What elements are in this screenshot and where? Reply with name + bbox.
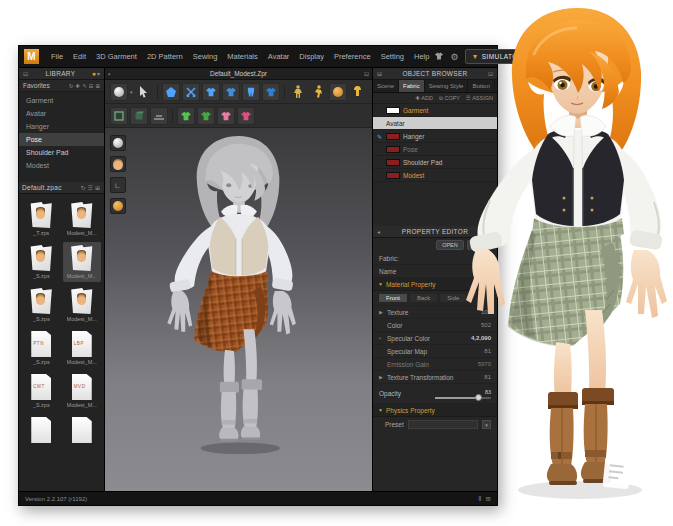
texture-row[interactable]: ▶ Texture 102 bbox=[373, 306, 497, 319]
grid-view-icon[interactable]: ⊞ bbox=[94, 184, 101, 191]
avatar-pose-icon[interactable] bbox=[289, 83, 307, 101]
garment-display-icon[interactable] bbox=[217, 107, 235, 125]
minimize-button[interactable]: – bbox=[546, 51, 557, 62]
menu-edit[interactable]: Edit bbox=[68, 52, 91, 61]
object-row-shoulder-pad[interactable]: Shoulder Pad bbox=[373, 156, 497, 169]
menu-setting[interactable]: Setting bbox=[376, 52, 409, 61]
garment-tool-icon[interactable] bbox=[202, 83, 220, 101]
snap-tool-icon[interactable] bbox=[110, 107, 128, 125]
tool-caret-icon[interactable]: ▾ bbox=[130, 89, 133, 95]
object-row-hanger[interactable]: ✎ Hanger bbox=[373, 130, 497, 143]
object-row-avatar[interactable]: Avatar bbox=[373, 117, 497, 130]
fabric-swatch[interactable] bbox=[386, 107, 400, 114]
menu-help[interactable]: Help bbox=[409, 52, 434, 61]
library-menu-arrow-icon[interactable]: ▾ bbox=[96, 70, 101, 77]
panel-dock-icon[interactable]: ⊡ bbox=[22, 70, 29, 77]
tree-item-pose[interactable]: Pose bbox=[19, 133, 104, 146]
tab-fabric[interactable]: Fabric bbox=[399, 80, 425, 92]
preset-dropdown[interactable] bbox=[408, 420, 478, 429]
copy-button[interactable]: ⧉ COPY bbox=[439, 95, 460, 102]
menu-preference[interactable]: Preference bbox=[329, 52, 376, 61]
add-button[interactable]: ✚ ADD bbox=[416, 95, 433, 101]
sphere-prop-icon[interactable] bbox=[329, 83, 347, 101]
emission-row[interactable]: Emission Gain 5970 bbox=[373, 358, 497, 371]
fabric-swatch[interactable] bbox=[386, 133, 400, 140]
opacity-slider[interactable] bbox=[435, 397, 491, 399]
thumbnail-item[interactable]: Modest_M... bbox=[63, 199, 102, 239]
fabric-swatch[interactable] bbox=[386, 172, 400, 179]
object-row-garment[interactable]: Garment bbox=[373, 104, 497, 117]
tree-item-hanger[interactable]: Hanger bbox=[19, 120, 104, 133]
shirt-tool-icon[interactable] bbox=[262, 83, 280, 101]
tab-scene[interactable]: Scene bbox=[373, 80, 399, 92]
simulator-dropdown-arrow[interactable]: ▾ bbox=[529, 50, 539, 63]
assign-button[interactable]: ☰ ASSIGN bbox=[466, 95, 493, 101]
flatten-tool-icon[interactable] bbox=[150, 107, 168, 125]
panel-dock-icon[interactable]: ▸ bbox=[489, 228, 494, 235]
specular-map-row[interactable]: Specular Map 81 bbox=[373, 345, 497, 358]
thumbnail-item[interactable]: CMT _S.zps bbox=[22, 371, 61, 411]
menu-sewing[interactable]: Sewing bbox=[188, 52, 223, 61]
menu-2d-pattern[interactable]: 2D Pattern bbox=[142, 52, 188, 61]
grid-icon[interactable]: ⊞ bbox=[95, 83, 100, 89]
edit-icon[interactable]: ✎ bbox=[82, 83, 87, 89]
refresh-icon[interactable]: ↻ bbox=[69, 83, 74, 89]
collapse-icon[interactable]: ⊟ bbox=[89, 83, 94, 89]
add-icon[interactable]: ✚ bbox=[76, 83, 81, 89]
preset-browse-button[interactable]: ▾ bbox=[482, 420, 491, 429]
viewport-dock-icon[interactable]: ⊡ bbox=[364, 70, 369, 77]
simulator-button[interactable]: ▼ SIMULATOR ▾ bbox=[465, 49, 540, 64]
pan-hand-icon[interactable] bbox=[110, 83, 128, 101]
show-avatar-icon[interactable] bbox=[110, 135, 126, 151]
avatar-run-icon[interactable] bbox=[309, 83, 327, 101]
thumbnail-item-selected[interactable]: Modest_M... bbox=[63, 242, 102, 282]
list-view-icon[interactable]: ☰ bbox=[87, 184, 94, 191]
tree-item-avatar[interactable]: Avatar bbox=[19, 107, 104, 120]
thumbnail-item[interactable]: PTN _S.zps bbox=[22, 328, 61, 368]
gear-icon[interactable]: ⚙ bbox=[450, 52, 458, 62]
slider-knob[interactable] bbox=[475, 394, 482, 401]
refresh-icon[interactable]: ↻ bbox=[80, 184, 87, 191]
garment-display-icon[interactable] bbox=[177, 107, 195, 125]
close-button[interactable]: ✕ bbox=[572, 51, 583, 62]
pin-prop-icon[interactable] bbox=[349, 83, 367, 101]
thumbnail-item[interactable]: _S.zps bbox=[22, 285, 61, 325]
thumbnail-item[interactable]: MVD Modest_M... bbox=[63, 371, 102, 411]
thumbnail-item[interactable]: Modest_M... bbox=[63, 285, 102, 325]
keyboard-layout-icon[interactable]: Ⅱ bbox=[478, 495, 481, 503]
tab-button[interactable]: Button bbox=[468, 80, 494, 92]
chevron-right-icon[interactable]: ▶ bbox=[379, 374, 384, 380]
grid-toggle-icon[interactable]: ⊞ bbox=[486, 495, 491, 503]
tree-item-modest[interactable]: Modest bbox=[19, 159, 104, 172]
thumbnail-item[interactable] bbox=[22, 414, 61, 446]
sphere-display-icon[interactable] bbox=[110, 198, 126, 214]
menu-3d-garment[interactable]: 3D Garment bbox=[91, 52, 142, 61]
garment-mode-icon[interactable] bbox=[434, 52, 444, 62]
object-row-modest[interactable]: Modest bbox=[373, 169, 497, 182]
chevron-right-icon[interactable]: ▶ bbox=[379, 309, 384, 315]
shoe-display-icon[interactable]: ∟ bbox=[110, 177, 126, 193]
save-button[interactable]: SAVE bbox=[467, 240, 493, 250]
menu-display[interactable]: Display bbox=[294, 52, 329, 61]
fabric-field[interactable]: Fabric: bbox=[373, 252, 497, 265]
material-property-section[interactable]: ▼ Material Property bbox=[373, 278, 497, 291]
tab-front[interactable]: Front bbox=[378, 293, 408, 303]
specular-color-row[interactable]: • Specular Color 4,2,090 bbox=[373, 332, 497, 345]
pattern-tool-icon[interactable] bbox=[162, 83, 180, 101]
scissors-tool-icon[interactable] bbox=[182, 83, 200, 101]
tab-sewing-style[interactable]: Sewing Style bbox=[425, 80, 469, 92]
garment-display-icon[interactable] bbox=[237, 107, 255, 125]
thumbnail-item[interactable] bbox=[63, 414, 102, 446]
panel-dock-icon[interactable]: ⊡ bbox=[487, 70, 494, 77]
avatar-head-icon[interactable] bbox=[110, 156, 126, 172]
name-field[interactable]: Name bbox=[373, 265, 497, 278]
viewport-tab-icon[interactable]: ▪ bbox=[108, 71, 110, 77]
tree-item-shoulder-pad[interactable]: Shoulder Pad bbox=[19, 146, 104, 159]
pin-icon[interactable]: ✎ bbox=[377, 133, 383, 140]
fabric-swatch[interactable] bbox=[386, 159, 400, 166]
tab-side[interactable]: Side bbox=[439, 293, 467, 303]
viewport-3d[interactable]: ∟ bbox=[105, 128, 372, 491]
object-row-pose[interactable]: Pose bbox=[373, 143, 497, 156]
cube-tool-icon[interactable] bbox=[130, 107, 148, 125]
panel-collapse-icon[interactable]: ⊟ bbox=[376, 70, 383, 77]
